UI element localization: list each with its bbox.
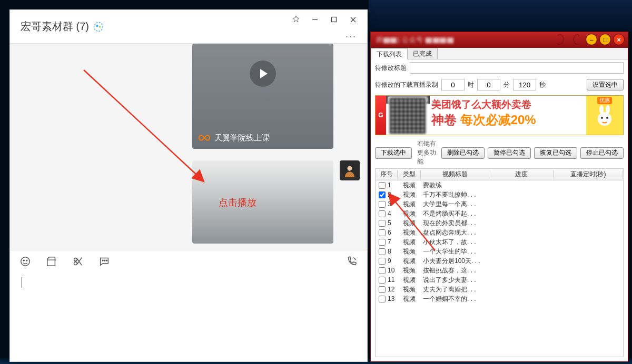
row-index: 6 [388,229,391,236]
row-checkbox[interactable] [379,182,386,189]
grid-body[interactable]: 1视频费教练 2视频千万不要乱撩帅. . . 3视频大学里每一个离. . . 4… [376,180,623,357]
row-checkbox[interactable] [379,201,386,208]
table-row[interactable]: 4视频不是烤肠买不起. . . [376,209,623,218]
svg-point-10 [74,258,77,261]
screenshot-icon[interactable] [72,256,84,267]
downloader-titlebar[interactable]: 师▇▇) 公众号·▇▇▇▇ – □ × [371,32,628,48]
table-row[interactable]: 3视频大学里每一个离. . . [376,199,623,209]
video-message-1[interactable]: 天翼学院线上课 [192,44,333,149]
row-index: 11 [388,276,394,284]
minimize-button[interactable] [306,13,324,26]
row-type: 视频 [398,181,421,190]
ad-pill: 优惠 [597,97,612,104]
row-title-edit: 待修改标题 [371,59,628,76]
row-type: 视频 [398,247,421,256]
ad-text: 美团饿了么大额外卖卷 神卷 每次必减20% [429,96,586,135]
table-row[interactable]: 9视频小夫妻分居100天. . . [376,256,623,266]
ad-line2-b: 每次必减20% [460,113,536,127]
pin-button[interactable] [287,13,305,26]
chat-more-button[interactable]: ··· [345,31,357,42]
row-checkbox[interactable] [379,229,386,236]
row-title: 费教练 [421,181,489,190]
tab-download-list[interactable]: 下载列表 [371,48,408,59]
dl-maximize-button[interactable]: □ [599,34,611,45]
row-type: 视频 [398,200,421,209]
row-checkbox[interactable] [379,267,386,274]
download-grid: 序号 类型 视频标题 进度 直播定时(秒) 1视频费教练 2视频千万不要乱撩帅.… [375,168,624,357]
set-selected-button[interactable]: 设置选中 [587,79,624,90]
video-message-2[interactable] [192,160,333,244]
resume-checked-button[interactable]: 恢复已勾选 [534,147,577,159]
downloader-title-text: 师▇▇) 公众号·▇▇▇▇ [376,35,454,45]
chat-body[interactable]: 天翼学院线上课 点击播放 [10,44,367,250]
col-title[interactable]: 视频标题 [421,170,489,179]
text-cursor [22,277,22,288]
pause-checked-button[interactable]: 暂停已勾选 [488,147,531,159]
close-button[interactable] [344,13,362,26]
download-selected-button[interactable]: 下载选中 [375,147,412,159]
row-checkbox[interactable] [379,191,386,198]
svg-line-6 [84,70,204,181]
delete-checked-button[interactable]: 删除已勾选 [441,147,485,159]
row-checkbox[interactable] [379,248,386,255]
ad-line1: 美团饿了么大额外卖卷 [431,98,585,112]
table-row[interactable]: 12视频丈夫为了离婚把. . . [376,285,623,294]
svg-rect-4 [332,17,337,22]
svg-point-11 [74,261,77,265]
table-row[interactable]: 10视频按钮挑战赛，这. . . [376,266,623,275]
row-title: 千万不要乱撩帅. . . [421,190,489,199]
table-row[interactable]: 1视频费教练 [376,180,623,190]
input-seconds[interactable] [513,79,536,90]
svg-point-14 [106,260,107,261]
emoji-icon[interactable] [19,256,31,267]
col-timer[interactable]: 直播定时(秒) [554,170,623,179]
row-checkbox[interactable] [379,239,386,246]
table-row[interactable]: 11视频说出了多少夫妻. . . [376,275,623,285]
row-checkbox[interactable] [379,220,386,227]
table-row[interactable]: 5视频现在的外卖员都. . . [376,218,623,228]
input-title-to-edit[interactable] [410,62,624,74]
row-title: 一个婚姻不幸的. . . [421,295,489,304]
table-row[interactable]: 6视频盘点网恋奔现大. . . [376,228,623,237]
row-checkbox[interactable] [379,277,386,284]
qr-code-icon [388,96,427,135]
unit-hours: 时 [468,80,474,89]
row-checkbox[interactable] [379,296,386,302]
table-row[interactable]: 2视频千万不要乱撩帅. . . [376,190,623,199]
play-icon [250,60,276,87]
chat-input-area[interactable] [10,272,367,361]
voice-call-icon[interactable] [346,256,358,267]
table-row[interactable]: 7视频小伙太坏了，故. . . [376,237,623,247]
maximize-button[interactable] [325,13,343,26]
row-title: 现在的外卖员都. . . [421,219,489,228]
table-row[interactable]: 13视频一个婚姻不幸的. . . [376,294,623,304]
row-checkbox[interactable] [379,258,386,265]
row-type: 视频 [398,285,421,294]
row-index: 13 [388,295,394,302]
video1-caption: 天翼学院线上课 [199,132,270,144]
dl-close-button[interactable]: × [613,34,625,45]
row-index: 12 [388,286,394,293]
table-row[interactable]: 8视频一个大学生的毕. . . [376,247,623,256]
row-title: 一个大学生的毕. . . [421,247,489,256]
stop-checked-button[interactable]: 停止已勾选 [580,147,624,159]
file-icon[interactable] [46,256,57,267]
row-checkbox[interactable] [379,210,386,217]
input-minutes[interactable] [477,79,500,90]
row-index: 3 [388,200,391,208]
col-progress[interactable]: 进度 [489,170,554,179]
col-type[interactable]: 类型 [398,170,421,179]
col-idx[interactable]: 序号 [376,170,398,179]
dl-minimize-button[interactable]: – [586,34,597,45]
grid-header: 序号 类型 视频标题 进度 直播定时(秒) [376,169,623,180]
tab-completed[interactable]: 已完成 [407,48,438,59]
row-title: 按钮挑战赛，这. . . [421,266,489,275]
infinity-icon [199,132,210,144]
row-type: 视频 [398,257,421,266]
input-hours[interactable] [441,79,465,90]
group-members-icon[interactable] [93,22,104,32]
sender-avatar[interactable] [340,160,360,180]
chat-history-icon[interactable] [98,256,110,267]
ad-banner[interactable]: 匿到享受·就在直购 G 美团饿了么大额外卖卷 神卷 每次必减20% 优惠 [375,95,624,135]
row-checkbox[interactable] [379,286,386,293]
